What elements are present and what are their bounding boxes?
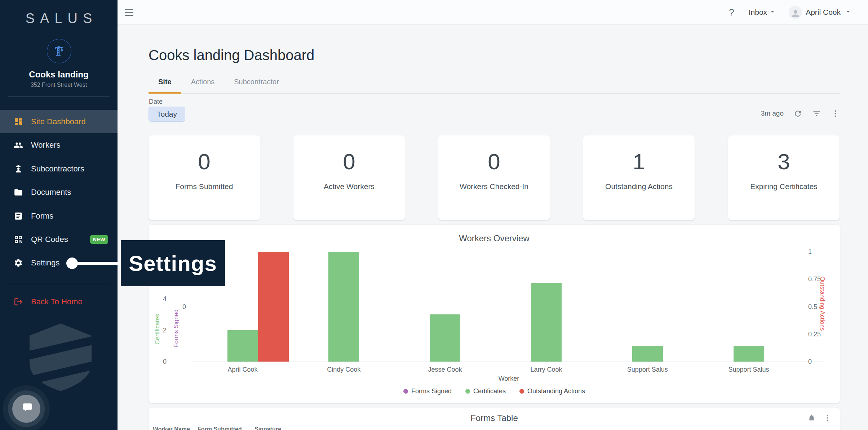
last-updated-text: 3m ago (761, 109, 784, 117)
chevron-down-icon (769, 8, 776, 17)
axis-label-certificates: Certificates (154, 314, 161, 344)
stat-card-forms-submitted: 0Forms Submitted (149, 135, 260, 220)
bar-certificates (531, 283, 562, 362)
sidebar-item-qr-codes[interactable]: QR CodesNEW (0, 228, 118, 251)
new-badge: NEW (90, 235, 108, 244)
hamburger-menu-icon[interactable] (123, 6, 136, 19)
subcontractor-icon (14, 164, 23, 174)
legend-item-outstanding-actions[interactable]: Outstanding Actions (519, 388, 585, 395)
sidebar-item-documents[interactable]: Documents (0, 180, 118, 204)
tab-actions[interactable]: Actions (181, 71, 225, 93)
topbar: ? Inbox April Cook (118, 0, 868, 25)
date-filter-label: Date (149, 98, 163, 106)
axis-label-outstanding: Outstanding Actions (819, 276, 826, 331)
bar-certificates (227, 330, 258, 362)
tab-bar: SiteActionsSubcontractor (149, 71, 840, 94)
sidebar-item-label: QR Codes (31, 235, 68, 244)
column-divider (195, 426, 195, 430)
refresh-icon[interactable] (793, 109, 802, 118)
chat-bubble-icon (19, 401, 33, 416)
x-axis-category-label: Support Salus (728, 366, 769, 373)
table-column-header: Form Submitted (198, 426, 242, 430)
tab-site[interactable]: Site (149, 71, 181, 93)
forms-table-card: Forms Table Worker NameForm SubmittedSig… (149, 408, 840, 430)
y-axis-tick-outstanding: 0.5 (808, 303, 817, 311)
settings-callout: Settings (121, 240, 225, 286)
sidebar-item-label: Forms (31, 211, 53, 221)
y-axis-tick-certificates: 4 (149, 295, 167, 303)
legend-label: Outstanding Actions (527, 388, 585, 395)
bar-certificates (632, 346, 663, 362)
sidebar-item-site-dashboard[interactable]: Site Dashboard (0, 110, 118, 133)
x-axis-category-label: Jesse Cook (428, 366, 462, 373)
stat-card-expiring-certificates: 3Expiring Certificates (728, 135, 840, 220)
forms-table-title: Forms Table (149, 413, 840, 423)
site-address: 352 Front Street West (0, 82, 118, 88)
forms-table-actions (807, 413, 832, 422)
bar-certificates (734, 346, 764, 362)
help-button[interactable]: ? (729, 7, 734, 18)
workers-icon (14, 140, 23, 150)
stat-value: 0 (198, 151, 210, 173)
settings-callout-label: Settings (129, 251, 217, 276)
sidebar-item-workers[interactable]: Workers (0, 133, 118, 157)
x-axis-category-label: April Cook (227, 366, 257, 373)
date-filter-chip[interactable]: Today (149, 107, 185, 122)
forms-icon (14, 211, 23, 221)
sidebar: SALUS Cooks landing 352 Front Street Wes… (0, 0, 118, 430)
callout-pointer-line (72, 262, 121, 265)
kebab-menu-icon[interactable] (831, 109, 840, 118)
stat-value: 3 (778, 151, 790, 173)
user-menu[interactable]: April Cook (789, 6, 852, 19)
bar-certificates (430, 314, 460, 362)
bell-icon[interactable] (807, 413, 816, 422)
y-axis-tick-outstanding: 0.25 (808, 330, 821, 338)
bar-outstanding-actions (258, 252, 289, 362)
axis-label-forms: Forms Signed (173, 309, 180, 348)
qr-icon (14, 235, 23, 244)
sidebar-item-subcontractors[interactable]: Subcontractors (0, 157, 118, 180)
tab-subcontractor[interactable]: Subcontractor (224, 71, 289, 93)
legend-dot (519, 389, 524, 394)
table-column-header: Signature (254, 426, 281, 430)
inbox-dropdown[interactable]: Inbox (749, 8, 776, 17)
legend-label: Certificates (473, 388, 506, 395)
table-column-header: Worker Name (153, 426, 190, 430)
legend-item-forms-signed[interactable]: Forms Signed (403, 388, 452, 395)
sidebar-item-label: Subcontractors (31, 164, 84, 174)
kebab-menu-icon[interactable] (823, 413, 832, 422)
topbar-right: ? Inbox April Cook (729, 0, 852, 24)
y-axis-tick-certificates: 0 (149, 358, 167, 366)
stat-label: Workers Checked-In (460, 182, 528, 191)
page-title: Cooks landing Dashboard (149, 47, 314, 63)
chat-support-button[interactable] (12, 395, 40, 423)
sidebar-item-label: Site Dashboard (31, 117, 86, 126)
user-name: April Cook (806, 8, 841, 17)
x-axis-category-label: Larry Cook (530, 366, 562, 373)
sidebar-item-back-to-home[interactable]: Back To Home (0, 292, 118, 311)
stat-label: Forms Submitted (176, 182, 233, 191)
chart-legend: Forms SignedCertificatesOutstanding Acti… (149, 388, 840, 395)
sidebar-item-forms[interactable]: Forms (0, 204, 118, 228)
legend-dot (403, 389, 408, 394)
workers-overview-card: Workers Overview 024000.250.50.751Certif… (149, 225, 840, 403)
stat-value: 0 (343, 151, 355, 173)
sidebar-item-label: Documents (31, 188, 71, 197)
x-axis-category-label: Cindy Cook (327, 366, 360, 373)
stat-card-outstanding-actions: 1Outstanding Actions (583, 135, 695, 220)
sidebar-divider (8, 284, 110, 284)
sidebar-item-label: Settings (31, 258, 60, 268)
chevron-down-icon (844, 8, 852, 17)
stat-value: 1 (633, 151, 645, 173)
stat-label: Active Workers (324, 182, 375, 191)
legend-dot (465, 389, 470, 394)
stat-value: 0 (488, 151, 500, 173)
salus-shield-watermark (28, 323, 93, 393)
folder-icon (14, 188, 23, 197)
legend-item-certificates[interactable]: Certificates (465, 388, 506, 395)
legend-label: Forms Signed (411, 388, 452, 395)
filter-icon[interactable] (812, 109, 821, 118)
site-avatar (47, 39, 71, 63)
y-axis-tick-outstanding: 0 (808, 358, 812, 366)
refresh-controls: 3m ago (761, 109, 840, 118)
